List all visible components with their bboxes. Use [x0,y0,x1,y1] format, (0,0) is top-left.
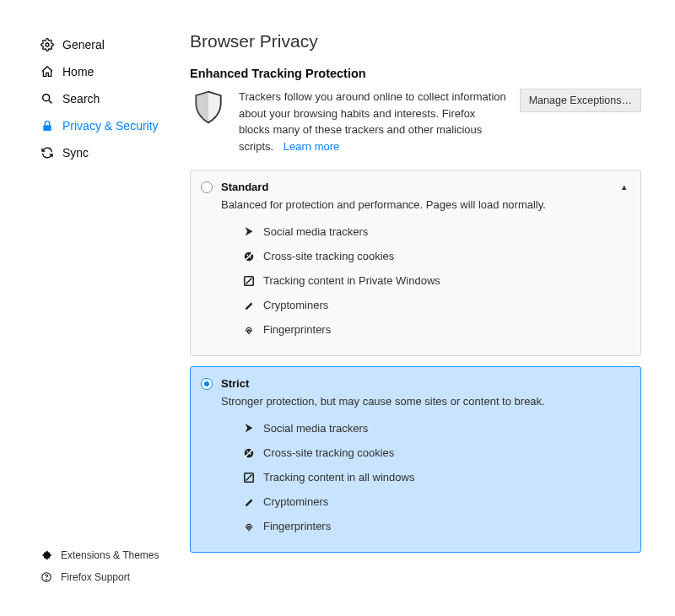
feature-item: Social media trackers [243,219,627,244]
home-icon [40,65,54,78]
svg-line-17 [246,474,252,480]
social-trackers-icon [243,226,255,238]
sidebar-item-home[interactable]: Home [13,58,173,85]
cryptominer-icon [243,496,255,508]
fingerprint-icon [243,521,255,532]
social-trackers-icon [243,423,255,435]
feature-item: Tracking content in all windows [243,465,627,489]
sidebar-item-privacy-security[interactable]: Privacy & Security [13,112,173,139]
sidebar-footer-extensions[interactable]: Extensions & Themes [13,544,173,566]
panel-title: Strict [221,377,627,390]
sidebar-footer-label: Firefox Support [61,571,130,583]
sidebar-item-sync[interactable]: Sync [13,139,173,166]
sidebar-item-label: Privacy & Security [62,119,159,132]
sidebar-footer-label: Extensions & Themes [61,549,159,561]
svg-point-5 [46,580,47,581]
shield-icon [190,89,227,126]
intro-text: Trackers follow you around online to col… [239,89,508,154]
puzzle-icon [40,549,52,561]
protection-option-strict[interactable]: Strict Stronger protection, but may caus… [190,366,641,553]
svg-point-14 [250,453,251,455]
feature-item: Fingerprinters [243,514,627,538]
cryptominer-icon [243,300,255,311]
tracking-content-icon [243,472,255,484]
help-icon [40,571,52,583]
page-title: Browser Privacy [190,31,641,51]
sidebar-item-label: Home [62,65,94,78]
feature-item: Fingerprinters [243,317,627,342]
protection-option-standard[interactable]: Standard ▴ Balanced for protection and p… [190,170,641,356]
svg-point-0 [46,43,49,46]
main-content: Browser Privacy Enhanced Tracking Protec… [173,13,662,603]
svg-point-13 [246,451,248,452]
radio-strict[interactable] [201,378,213,390]
feature-item: Cross-site tracking cookies [243,244,627,268]
feature-list: Social media trackers Cross-site trackin… [243,219,627,342]
lock-icon [40,119,54,132]
svg-point-1 [43,95,50,101]
cookie-icon [243,251,255,262]
feature-item: Cryptominers [243,489,627,514]
panel-title: Standard [221,181,613,193]
sidebar-item-search[interactable]: Search [13,85,173,112]
radio-standard[interactable] [201,181,213,193]
tracking-content-icon [243,275,255,287]
svg-point-7 [246,254,248,256]
fingerprint-icon [243,324,255,336]
sidebar-item-general[interactable]: General [13,31,173,58]
sidebar: General Home Search Privacy & Security S… [13,13,173,603]
chevron-up-icon[interactable]: ▴ [622,181,627,192]
svg-line-11 [246,278,252,284]
panel-desc: Stronger protection, but may cause some … [221,395,627,408]
feature-item: Social media trackers [243,416,627,440]
intro-block: Trackers follow you around online to col… [190,89,641,154]
learn-more-link[interactable]: Learn more [284,140,339,153]
feature-item: Tracking content in Private Windows [243,268,627,293]
gear-icon [40,38,54,51]
svg-rect-3 [43,125,51,131]
feature-item: Cryptominers [243,293,627,317]
svg-point-8 [250,257,251,258]
cookie-icon [243,447,255,459]
feature-item: Cross-site tracking cookies [243,440,627,465]
sidebar-item-label: Search [62,92,100,105]
svg-line-2 [49,100,51,103]
sidebar-item-label: General [62,38,105,51]
panel-desc: Balanced for protection and performance.… [221,198,627,211]
feature-list: Social media trackers Cross-site trackin… [243,416,627,538]
manage-exceptions-button[interactable]: Manage Exceptions… [520,89,641,112]
section-heading: Enhanced Tracking Protection [190,67,641,80]
search-icon [40,92,54,105]
sidebar-footer-support[interactable]: Firefox Support [13,566,173,588]
sync-icon [40,146,54,159]
sidebar-item-label: Sync [62,146,89,159]
